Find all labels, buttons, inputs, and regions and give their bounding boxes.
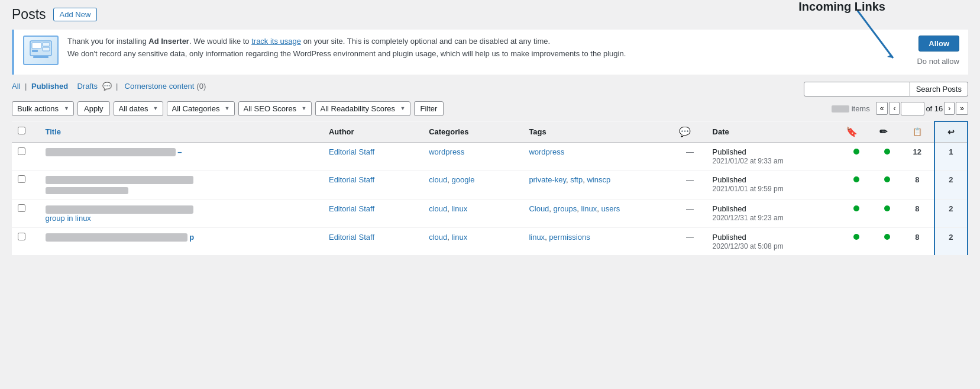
search-area: Search Posts (804, 82, 968, 97)
author-link[interactable]: Editorial Staff (329, 147, 374, 156)
comments-icon: 💬 (679, 127, 691, 137)
plugin-icon (23, 36, 59, 65)
seo-col-header: 🔖 (840, 121, 873, 143)
filter-button[interactable]: Filter (414, 101, 444, 116)
category-link[interactable]: cloud (429, 204, 447, 213)
all-seo-select[interactable]: All SEO Scores (238, 101, 312, 116)
author-col-header: Author (323, 121, 423, 143)
svg-rect-7 (33, 56, 48, 58)
all-readability-wrapper: All Readability Scores (315, 101, 410, 116)
prev-page-button[interactable]: ‹ (889, 102, 900, 115)
author-link[interactable]: Editorial Staff (329, 233, 374, 242)
category-link[interactable]: cloud (429, 233, 447, 242)
tag-link[interactable]: linux (529, 233, 545, 242)
filter-all[interactable]: All (12, 82, 20, 91)
annotation-title: Incoming Links (798, 0, 885, 13)
title-col-header[interactable]: Title (46, 127, 62, 136)
toolbar-right: items « ‹ 1 of 16 › » (832, 102, 968, 115)
table-row: group in linux Editorial Staff cloud, li… (12, 200, 968, 228)
tag-link[interactable]: permissions (549, 233, 590, 242)
notice-text: Thank you for installing Ad Inserter. We… (67, 36, 896, 60)
filter-drafts[interactable]: Drafts (77, 82, 98, 91)
row-checkbox[interactable] (18, 233, 25, 240)
tag-link[interactable]: users (601, 204, 620, 213)
score-icon: 📋 (913, 127, 922, 136)
post-title-link-text[interactable]: group in linux (46, 214, 91, 223)
author-link[interactable]: Editorial Staff (329, 175, 374, 184)
post-title-link[interactable] (46, 204, 193, 213)
comments-cell: — (673, 227, 706, 255)
add-new-button[interactable]: Add New (53, 8, 98, 21)
row-checkbox[interactable] (18, 175, 25, 183)
date-col-header: Date (707, 121, 840, 143)
incoming-count-cell: 2 (934, 170, 968, 199)
search-posts-button[interactable]: Search Posts (910, 82, 968, 97)
date-cell: Published 2020/12/31 at 9:23 am (707, 200, 840, 228)
row-checkbox[interactable] (18, 204, 25, 212)
post-title-link[interactable] (46, 175, 193, 184)
last-page-button[interactable]: » (956, 102, 968, 115)
bulk-actions-select[interactable]: Bulk actions (12, 101, 74, 116)
tag-link[interactable]: private-key (529, 175, 566, 184)
track-usage-link[interactable]: track its usage (251, 37, 301, 46)
posts-table: Title Author Categories Tags 💬 Date 🔖 ✏ (12, 121, 968, 255)
all-dates-select[interactable]: All dates (114, 101, 163, 116)
read-green-dot (884, 149, 890, 155)
filter-published[interactable]: Published (31, 82, 68, 91)
seo-dot-cell (840, 142, 873, 170)
notice-actions: Allow Do not allow (905, 36, 959, 69)
next-page-button[interactable]: › (944, 102, 955, 115)
incoming-icon: ↩ (947, 127, 955, 137)
post-title-cell: p (40, 227, 323, 255)
date-cell: Published 2021/01/02 at 9:33 am (707, 142, 840, 170)
comments-cell: — (673, 170, 706, 199)
do-not-allow-button[interactable]: Do not allow (917, 54, 959, 69)
seo-dot-cell (840, 227, 873, 255)
category-link[interactable]: linux (451, 233, 467, 242)
tag-link[interactable]: sftp (570, 175, 583, 184)
tag-link[interactable]: linux (581, 204, 597, 213)
author-link[interactable]: Editorial Staff (329, 204, 374, 213)
notice-bar: Thank you for installing Ad Inserter. We… (12, 30, 968, 75)
date-cell: Published 2021/01/01 at 9:59 pm (707, 170, 840, 199)
comments-cell: — (673, 142, 706, 170)
category-link[interactable]: wordpress (429, 147, 464, 156)
read-col-header: ✏ (874, 121, 901, 143)
tag-link[interactable]: winscp (587, 175, 610, 184)
svg-rect-5 (43, 43, 50, 46)
svg-rect-4 (32, 50, 38, 52)
all-categories-select[interactable]: All Categories (167, 101, 235, 116)
read-dot-cell (874, 200, 901, 228)
category-link[interactable]: linux (451, 204, 467, 213)
seo-dot-cell (840, 170, 873, 199)
score-col-header: 📋 (901, 121, 934, 143)
score-cell: 8 (901, 200, 934, 228)
category-link[interactable]: cloud (429, 175, 447, 184)
tag-link[interactable]: wordpress (529, 147, 564, 156)
read-green-dot (884, 176, 890, 182)
post-title-link[interactable]: – (46, 147, 182, 156)
page-number-input[interactable]: 1 (901, 102, 924, 115)
all-categories-wrapper: All Categories (167, 101, 235, 116)
incoming-count-cell: 1 (934, 142, 968, 170)
apply-button[interactable]: Apply (77, 101, 110, 116)
search-input[interactable] (804, 82, 910, 97)
post-title-link[interactable]: p (46, 233, 195, 242)
post-filter-tabs: All | Published Drafts 💬 | Cornerstone c… (12, 82, 206, 91)
first-page-button[interactable]: « (876, 102, 888, 115)
page-title: Posts (12, 6, 46, 24)
table-row: – Editorial Staff wordpress wordpress — … (12, 142, 968, 170)
tag-link[interactable]: groups (554, 204, 577, 213)
score-cell: 8 (901, 170, 934, 199)
all-readability-select[interactable]: All Readability Scores (315, 101, 410, 116)
tag-link[interactable]: Cloud (529, 204, 549, 213)
categories-col-header: Categories (423, 121, 523, 143)
row-checkbox[interactable] (18, 147, 25, 155)
comments-cell: — (673, 200, 706, 228)
filter-cornerstone[interactable]: Cornerstone content (125, 82, 195, 91)
select-all-checkbox[interactable] (18, 127, 25, 134)
seo-dot-cell (840, 200, 873, 228)
bulk-actions-wrapper: Bulk actions (12, 101, 74, 116)
allow-button[interactable]: Allow (918, 36, 959, 52)
category-link[interactable]: google (451, 175, 474, 184)
